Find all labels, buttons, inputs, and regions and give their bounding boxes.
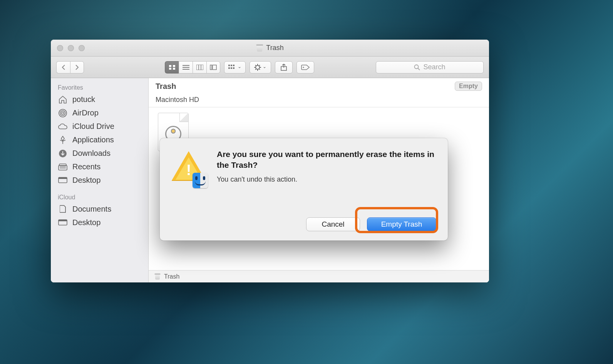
tags-button[interactable] bbox=[296, 61, 314, 73]
dialog-subtitle: You can't undo this action. bbox=[217, 175, 436, 184]
icloud-drive-icon bbox=[58, 122, 68, 131]
chevron-left-icon bbox=[61, 64, 66, 70]
desktop-icon bbox=[58, 219, 68, 227]
svg-line-23 bbox=[255, 65, 256, 66]
sidebar-item-label: potuck bbox=[72, 95, 95, 104]
titlebar: Trash bbox=[51, 40, 489, 57]
airdrop-icon bbox=[58, 109, 68, 117]
svg-rect-10 bbox=[210, 65, 212, 70]
action-menu-button[interactable] bbox=[250, 61, 271, 73]
gear-icon bbox=[254, 64, 261, 71]
zoom-window-button[interactable] bbox=[79, 45, 85, 51]
window-title: Trash bbox=[266, 44, 283, 52]
desktop-icon bbox=[58, 176, 68, 185]
svg-rect-15 bbox=[228, 67, 230, 69]
svg-rect-13 bbox=[231, 65, 232, 66]
svg-rect-36 bbox=[59, 164, 66, 166]
view-icons-button[interactable] bbox=[165, 61, 179, 73]
svg-line-25 bbox=[255, 69, 256, 70]
svg-line-26 bbox=[259, 65, 260, 66]
downloads-icon bbox=[58, 149, 68, 158]
view-list-button[interactable] bbox=[179, 61, 193, 73]
sidebar-item-label: Recents bbox=[72, 162, 100, 171]
svg-line-30 bbox=[418, 68, 420, 70]
back-button[interactable] bbox=[56, 61, 70, 73]
close-window-button[interactable] bbox=[57, 45, 63, 51]
applications-icon bbox=[58, 136, 68, 144]
trash-icon bbox=[154, 273, 160, 280]
view-columns-button[interactable] bbox=[193, 61, 206, 73]
cancel-button[interactable]: Cancel bbox=[306, 217, 360, 231]
svg-rect-12 bbox=[228, 65, 230, 66]
group-by-button[interactable] bbox=[224, 61, 246, 73]
svg-rect-3 bbox=[173, 68, 175, 70]
grid-icon bbox=[169, 65, 176, 70]
svg-rect-16 bbox=[231, 67, 232, 69]
svg-rect-1 bbox=[173, 65, 175, 67]
sidebar-item-label: AirDrop bbox=[72, 109, 99, 117]
sidebar-item-recents[interactable]: Recents bbox=[51, 160, 148, 174]
sidebar: Favorites potuck AirDrop iCloud Drive bbox=[51, 78, 149, 282]
forward-button[interactable] bbox=[70, 61, 84, 73]
documents-icon bbox=[58, 205, 68, 214]
sidebar-item-desktop[interactable]: Desktop bbox=[51, 174, 148, 187]
svg-point-18 bbox=[256, 65, 260, 69]
tag-icon bbox=[301, 65, 310, 70]
svg-line-24 bbox=[259, 69, 260, 70]
share-button[interactable] bbox=[275, 61, 293, 73]
warning-icon: ! bbox=[172, 151, 206, 185]
svg-rect-4 bbox=[183, 65, 189, 66]
search-input[interactable]: Search bbox=[376, 61, 484, 73]
path-bar: Trash bbox=[149, 270, 489, 282]
sidebar-item-label: Downloads bbox=[72, 149, 111, 158]
svg-rect-14 bbox=[233, 65, 234, 66]
svg-point-32 bbox=[60, 110, 65, 115]
list-icon bbox=[183, 65, 189, 70]
recents-icon bbox=[58, 163, 68, 171]
sidebar-item-label: Desktop bbox=[72, 218, 100, 227]
finder-badge-icon bbox=[193, 173, 208, 188]
sidebar-item-icloud-drive[interactable]: iCloud Drive bbox=[51, 120, 148, 133]
share-icon bbox=[281, 64, 287, 71]
empty-trash-button[interactable]: Empty Trash bbox=[367, 217, 436, 231]
svg-rect-42 bbox=[59, 220, 67, 221]
sidebar-item-desktop-icloud[interactable]: Desktop bbox=[51, 216, 148, 229]
svg-rect-2 bbox=[169, 68, 171, 70]
sidebar-item-label: Documents bbox=[72, 205, 111, 214]
svg-rect-11 bbox=[213, 65, 216, 70]
confirm-empty-trash-dialog: ! Are you sure you want to permanently e… bbox=[160, 138, 448, 240]
sidebar-item-airdrop[interactable]: AirDrop bbox=[51, 106, 148, 120]
home-icon bbox=[58, 95, 68, 104]
svg-rect-5 bbox=[183, 67, 189, 68]
columns-icon bbox=[196, 65, 203, 70]
svg-point-29 bbox=[415, 65, 419, 68]
gallery-icon bbox=[210, 65, 217, 70]
sidebar-item-label: Applications bbox=[72, 135, 114, 144]
sidebar-item-label: Desktop bbox=[72, 176, 100, 185]
svg-rect-0 bbox=[169, 65, 171, 67]
svg-point-28 bbox=[303, 67, 304, 68]
volume-label: Macintosh HD bbox=[149, 94, 489, 107]
sidebar-section-favorites: Favorites bbox=[51, 81, 148, 93]
search-placeholder: Search bbox=[423, 63, 445, 71]
sidebar-item-label: iCloud Drive bbox=[72, 122, 114, 131]
sidebar-item-downloads[interactable]: Downloads bbox=[51, 147, 148, 160]
sidebar-item-documents[interactable]: Documents bbox=[51, 202, 148, 216]
view-gallery-button[interactable] bbox=[206, 61, 220, 73]
svg-point-31 bbox=[62, 112, 64, 114]
sidebar-item-home[interactable]: potuck bbox=[51, 93, 148, 106]
group-icon bbox=[228, 65, 236, 70]
search-icon bbox=[414, 64, 420, 70]
dialog-title: Are you sure you want to permanently era… bbox=[217, 149, 436, 171]
trash-icon bbox=[256, 44, 263, 52]
empty-trash-toolbar-button[interactable]: Empty bbox=[455, 82, 482, 91]
minimize-window-button[interactable] bbox=[68, 45, 74, 51]
chevron-right-icon bbox=[75, 64, 79, 70]
sidebar-section-icloud: iCloud bbox=[51, 191, 148, 202]
svg-rect-6 bbox=[183, 69, 189, 70]
sidebar-item-applications[interactable]: Applications bbox=[51, 133, 148, 147]
svg-rect-17 bbox=[233, 67, 234, 69]
path-bar-label: Trash bbox=[164, 273, 179, 280]
svg-rect-40 bbox=[59, 177, 67, 179]
toolbar: Search bbox=[51, 57, 489, 78]
